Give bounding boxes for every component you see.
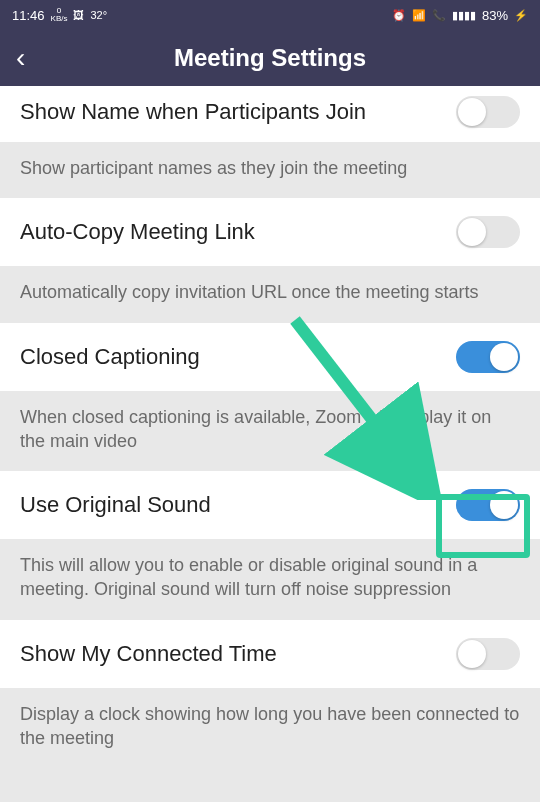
- status-temp: 32°: [90, 9, 107, 21]
- toggle-show-names[interactable]: [456, 96, 520, 128]
- setting-desc: Automatically copy invitation URL once t…: [0, 266, 540, 322]
- setting-desc: When closed captioning is available, Zoo…: [0, 391, 540, 472]
- setting-desc: Show participant names as they join the …: [0, 142, 540, 198]
- toggle-knob: [490, 343, 518, 371]
- page-title: Meeting Settings: [174, 44, 366, 72]
- voip-icon: 📞: [432, 9, 446, 22]
- setting-title: Auto-Copy Meeting Link: [20, 219, 255, 245]
- setting-row-auto-copy: Auto-Copy Meeting Link: [0, 198, 540, 266]
- toggle-knob: [458, 98, 486, 126]
- status-bar: 11:46 0 KB/s 🖼 32° ⏰ 📶 📞 ▮▮▮▮ 83% ⚡: [0, 0, 540, 30]
- setting-row-closed-caption: Closed Captioning: [0, 323, 540, 391]
- toggle-knob: [458, 218, 486, 246]
- header: ‹ Meeting Settings: [0, 30, 540, 86]
- toggle-original-sound[interactable]: [456, 489, 520, 521]
- battery-pct: 83%: [482, 8, 508, 23]
- toggle-auto-copy[interactable]: [456, 216, 520, 248]
- picture-icon: 🖼: [73, 9, 84, 21]
- status-kbps: 0 KB/s: [51, 7, 68, 23]
- setting-title: Closed Captioning: [20, 344, 200, 370]
- setting-row-connected-time: Show My Connected Time: [0, 620, 540, 688]
- alarm-icon: ⏰: [392, 9, 406, 22]
- battery-icon: ⚡: [514, 9, 528, 22]
- setting-row-original-sound: Use Original Sound: [0, 471, 540, 539]
- setting-row-show-names: Show Name when Participants Join: [0, 86, 540, 142]
- signal-icon: ▮▮▮▮: [452, 9, 476, 22]
- toggle-connected-time[interactable]: [456, 638, 520, 670]
- back-button[interactable]: ‹: [16, 42, 25, 74]
- setting-title: Show Name when Participants Join: [20, 99, 366, 125]
- toggle-knob: [458, 640, 486, 668]
- setting-desc: This will allow you to enable or disable…: [0, 539, 540, 620]
- setting-desc: Display a clock showing how long you hav…: [0, 688, 540, 769]
- setting-title: Use Original Sound: [20, 492, 211, 518]
- setting-title: Show My Connected Time: [20, 641, 277, 667]
- toggle-knob: [490, 491, 518, 519]
- wifi-icon: 📶: [412, 9, 426, 22]
- toggle-closed-caption[interactable]: [456, 341, 520, 373]
- status-right: ⏰ 📶 📞 ▮▮▮▮ 83% ⚡: [392, 8, 528, 23]
- status-left: 11:46 0 KB/s 🖼 32°: [12, 7, 107, 23]
- status-time: 11:46: [12, 8, 45, 23]
